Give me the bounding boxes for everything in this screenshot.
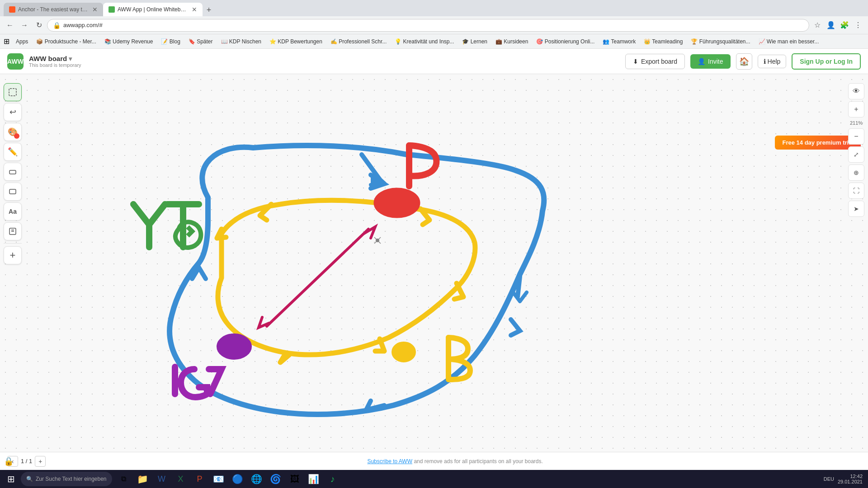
bookmark-professionell[interactable]: ✍️ Professionell Schr... <box>327 38 390 46</box>
lock-secure-icon: 🔒 <box>53 22 61 29</box>
bookmark-apps[interactable]: Apps <box>12 38 32 46</box>
bookmark-spaeter[interactable]: 🔖 Später <box>185 38 217 46</box>
taskbar-language: DEU <box>824 476 834 482</box>
export-icon: ⬇ <box>633 58 638 65</box>
bookmark-kdp-nischen[interactable]: 📖 KDP Nischen <box>217 38 265 46</box>
svg-point-8 <box>217 334 251 359</box>
zoom-out-button[interactable]: − <box>848 128 864 145</box>
current-page: 1 <box>21 458 24 465</box>
center-button[interactable]: ⊕ <box>848 164 864 181</box>
sticky-note-tool[interactable] <box>4 222 22 240</box>
zoom-in-button[interactable]: + <box>848 101 864 117</box>
chrome-button[interactable]: 🌐 <box>248 470 266 488</box>
app-logo: AWW <box>7 53 24 70</box>
board-name-section: AWW board ▾ This board is temporary <box>29 55 81 68</box>
help-icon: ℹ <box>764 58 766 65</box>
canvas-container[interactable]: Free 14 day premium trial ↩ 🎨 ✏️ <box>0 74 868 470</box>
subscribe-rest: and remove ads for all participants on a… <box>414 458 543 465</box>
word-button[interactable]: W <box>153 470 171 488</box>
bookmark-positionierung[interactable]: 🎯 Positionierung Onli... <box>533 38 598 46</box>
focus-button[interactable]: ⛶ <box>848 183 864 199</box>
svg-rect-2 <box>9 189 16 194</box>
browser-frame: Anchor - The easiest way to mai... ✕ AWW… <box>0 0 868 488</box>
spotify-button[interactable]: ♪ <box>324 470 342 488</box>
export-button[interactable]: ⬇ Export board <box>625 54 685 69</box>
address-bar[interactable]: 🔒 awwapp.com/# <box>47 19 809 32</box>
back-button[interactable]: ← <box>4 19 16 32</box>
extensions-button[interactable]: 🧩 <box>838 19 851 32</box>
app-button-2[interactable]: 🔵 <box>229 470 247 488</box>
tab-aww-icon <box>108 6 115 13</box>
eye-button[interactable]: 👁 <box>848 83 864 99</box>
invite-label: Invite <box>708 58 723 65</box>
tab-aww[interactable]: AWW App | Online Whiteboard ✕ <box>103 3 203 16</box>
bookmarks-bar: ⊞ Apps 📦 Produktsuche - Mer... 📚 Udemy R… <box>0 34 868 49</box>
signup-button[interactable]: Sign Up or Log In <box>792 53 861 70</box>
bookmark-kursideen[interactable]: 💼 Kursideen <box>492 38 532 46</box>
bottom-bar: 🔒 ‹ 1 / 1 + Subscribe to AWW and remove … <box>0 452 868 470</box>
excel-button[interactable]: X <box>172 470 190 488</box>
tab-anchor[interactable]: Anchor - The easiest way to mai... ✕ <box>4 3 103 16</box>
bookmark-teamwork[interactable]: 👥 Teamwork <box>599 38 639 46</box>
board-name-dropdown-icon[interactable]: ▾ <box>69 55 72 62</box>
page-next-button[interactable]: + <box>35 456 46 467</box>
eraser-tool[interactable] <box>4 163 22 181</box>
bookmark-kreativitaet[interactable]: 💡 Kreativität und Insp... <box>391 38 458 46</box>
taskbar-search-text: Zur Suche Text hier eingeben <box>36 476 107 482</box>
taskbar-apps: ⧉ 📁 W X P 📧 🔵 🌐 🌀 🖼 📊 ♪ <box>115 470 342 488</box>
selected-color-dot <box>14 133 19 139</box>
svg-point-10 <box>394 344 414 360</box>
help-label: Help <box>768 58 781 65</box>
tab-aww-title: AWW App | Online Whiteboard <box>118 6 189 13</box>
bookmark-udemy[interactable]: 📚 Udemy Revenue <box>101 38 157 46</box>
taskbar-search[interactable]: 🔍 Zur Suche Text hier eingeben <box>21 472 112 486</box>
shape-tool[interactable] <box>4 183 22 201</box>
forward-button[interactable]: → <box>18 19 31 32</box>
home-button[interactable]: 🏠 <box>736 53 752 70</box>
text-tool[interactable]: Aa <box>4 202 22 221</box>
help-button[interactable]: ℹ Help <box>758 55 787 68</box>
start-button[interactable]: ⊞ <box>2 470 20 488</box>
bookmark-lernen[interactable]: 🎓 Lernen <box>458 38 491 46</box>
photos-button[interactable]: 🖼 <box>286 470 304 488</box>
app-button-1[interactable]: 📧 <box>210 470 228 488</box>
clock-date: 29.01.2021 <box>838 479 863 484</box>
url-text: awwapp.com/# <box>63 22 103 28</box>
taskbar-time: 12:42 29.01.2021 <box>838 474 863 484</box>
total-pages: 1 <box>29 458 32 465</box>
app-header: AWW AWW board ▾ This board is temporary … <box>0 49 868 74</box>
bookmark-wie-man[interactable]: 📈 Wie man ein besser... <box>755 38 823 46</box>
bookmark-blog[interactable]: 📝 Blog <box>157 38 184 46</box>
bookmark-teamleading[interactable]: 👑 Teamleading <box>640 38 686 46</box>
bookmark-produktsuche[interactable]: 📦 Produktsuche - Mer... <box>33 38 99 46</box>
subscribe-link[interactable]: Subscribe to AWW <box>367 458 412 465</box>
toolbar-separator <box>4 243 22 244</box>
edge-button[interactable]: 🌀 <box>267 470 285 488</box>
invite-icon: 👤 <box>698 58 705 65</box>
app-button-3[interactable]: 📊 <box>305 470 323 488</box>
add-tool[interactable]: + <box>4 246 22 264</box>
powerpoint-button[interactable]: P <box>191 470 209 488</box>
bookmark-star[interactable]: ☆ <box>811 19 824 32</box>
invite-button[interactable]: 👤 Invite <box>690 54 730 69</box>
new-tab-button[interactable]: + <box>203 4 215 16</box>
bookmark-kdp-bew[interactable]: ⭐ KDP Bewertungen <box>266 38 326 46</box>
refresh-button[interactable]: ↻ <box>33 19 45 32</box>
select-tool[interactable] <box>4 83 22 101</box>
send-button[interactable]: ➤ <box>848 201 864 217</box>
fit-screen-button[interactable]: ⤢ <box>848 146 864 163</box>
explorer-button[interactable]: 📁 <box>134 470 152 488</box>
pen-tool[interactable]: ✏️ <box>4 143 22 161</box>
tab-anchor-close[interactable]: ✕ <box>92 6 98 13</box>
menu-button[interactable]: ⋮ <box>852 19 864 32</box>
page-indicator: 1 / 1 <box>21 458 32 465</box>
profile-button[interactable]: 👤 <box>825 19 837 32</box>
bookmark-fuehrung[interactable]: 🏆 Führungsqualitäten... <box>687 38 754 46</box>
taskview-button[interactable]: ⧉ <box>115 470 133 488</box>
right-toolbar: 👁 + 211% − ⤢ ⊕ ⛶ ➤ <box>848 83 864 217</box>
color-picker[interactable]: 🎨 <box>4 123 22 141</box>
bottom-bar-container: 🔒 ‹ 1 / 1 + Subscribe to AWW and remove … <box>0 452 868 470</box>
tab-aww-close[interactable]: ✕ <box>192 6 197 13</box>
undo-button[interactable]: ↩ <box>4 103 22 121</box>
app-area: AWW AWW board ▾ This board is temporary … <box>0 49 868 470</box>
